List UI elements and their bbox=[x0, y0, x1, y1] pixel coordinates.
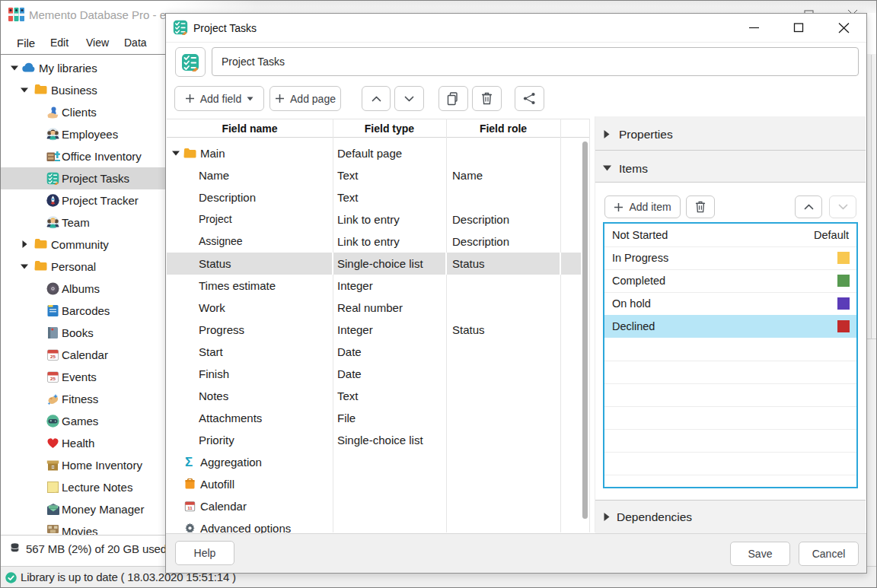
svg-text:25: 25 bbox=[50, 354, 56, 359]
svg-text:25: 25 bbox=[50, 376, 56, 381]
